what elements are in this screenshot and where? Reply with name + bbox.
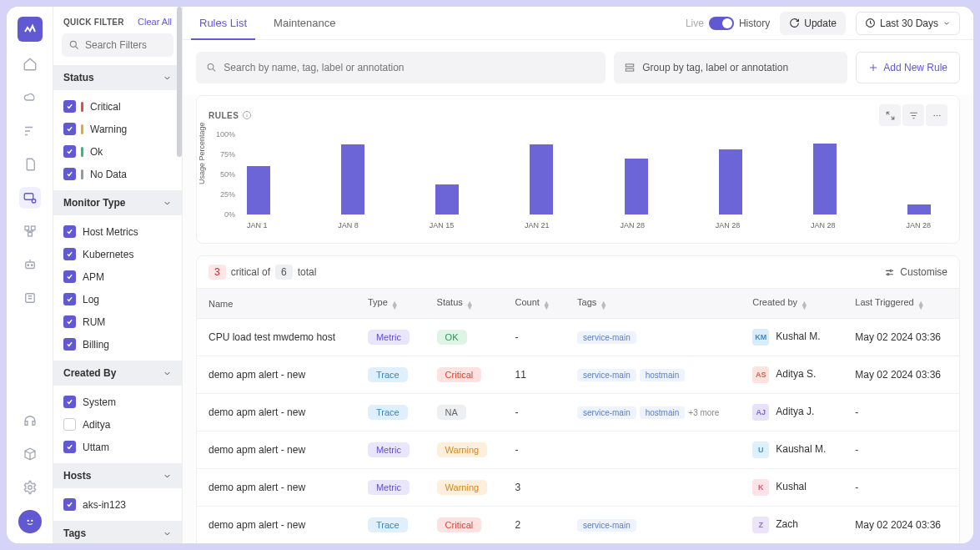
user-avatar[interactable] — [18, 510, 42, 533]
filter-group-tags[interactable]: Tags — [53, 521, 182, 543]
cell-created-by: AJAditya J. — [741, 394, 843, 431]
type-badge: Trace — [368, 367, 408, 382]
total-count: 6 — [275, 265, 293, 280]
filter-item[interactable]: Kubernetes — [53, 243, 182, 265]
chart-bar[interactable] — [341, 144, 364, 214]
chart-bar[interactable] — [907, 204, 931, 214]
col-type[interactable]: Type▲▼ — [356, 289, 425, 319]
nav-cloud-icon[interactable] — [19, 87, 41, 108]
filter-item[interactable]: Aditya — [53, 413, 182, 436]
expand-icon[interactable] — [879, 104, 901, 126]
filter-group-created-by[interactable]: Created By — [53, 361, 182, 386]
tag[interactable]: service-main — [577, 406, 636, 419]
filter-item[interactable]: APM — [53, 265, 182, 288]
tabs-bar: Rules List Maintenance Live History Upda… — [183, 7, 973, 40]
type-badge: Metric — [368, 442, 410, 457]
tab-rules-list[interactable]: Rules List — [196, 7, 250, 39]
table-row[interactable]: CPU load test mwdemo hostMetricOK-servic… — [197, 319, 959, 356]
tag[interactable]: service-main — [577, 369, 636, 381]
filter-group-hosts[interactable]: Hosts — [53, 463, 182, 488]
svg-rect-16 — [626, 68, 634, 71]
nav-settings-icon[interactable] — [19, 477, 41, 498]
date-range-button[interactable]: Last 30 Days — [856, 12, 960, 35]
nav-alerts-icon[interactable] — [19, 187, 41, 209]
add-rule-button[interactable]: Add New Rule — [856, 52, 960, 83]
filter-item[interactable]: Ok — [53, 140, 182, 163]
svg-point-9 — [28, 486, 32, 490]
quick-filter-title: QUICK FILTER — [63, 18, 124, 27]
filter-item[interactable]: Warning — [53, 118, 182, 140]
panel-title: RULES — [209, 111, 239, 120]
filter-item[interactable]: Billing — [53, 333, 182, 356]
filter-group-monitor-type[interactable]: Monitor Type — [53, 190, 182, 215]
svg-rect-3 — [31, 226, 35, 230]
col-count[interactable]: Count▲▼ — [504, 289, 566, 319]
tag[interactable]: service-main — [577, 331, 636, 344]
filter-item-label: APM — [83, 271, 104, 283]
clear-all-link[interactable]: Clear All — [138, 17, 172, 27]
col-created-by[interactable]: Created by▲▼ — [741, 289, 843, 319]
chart-bar[interactable] — [247, 166, 270, 214]
col-status[interactable]: Status▲▼ — [425, 289, 504, 319]
rules-search-input[interactable] — [224, 62, 596, 73]
table-row[interactable]: demo apm alert - newMetricWarning-UKaush… — [197, 431, 959, 469]
nav-home-icon[interactable] — [19, 53, 41, 75]
table-row[interactable]: demo apm alert - newMetricWarning3KKusha… — [197, 469, 959, 507]
filter-search[interactable] — [62, 33, 173, 57]
chart-bar[interactable] — [435, 184, 459, 214]
filter-item-label: Ok — [90, 146, 103, 158]
filter-item[interactable]: Uttam — [53, 436, 182, 458]
nav-db-icon[interactable] — [19, 287, 41, 309]
filter-item[interactable]: Critical — [53, 95, 182, 118]
cell-tags: service-main — [565, 319, 741, 356]
x-tick: JAN 28 — [811, 221, 836, 230]
col-last-triggered[interactable]: Last Triggered▲▼ — [843, 289, 959, 319]
nav-support-icon[interactable] — [19, 410, 41, 431]
type-badge: Trace — [368, 405, 408, 420]
cell-created-by: ZZach — [741, 507, 843, 544]
tab-maintenance[interactable]: Maintenance — [270, 7, 339, 39]
nav-bot-icon[interactable] — [19, 254, 41, 275]
group-by-select[interactable]: Group by tag, label or annotation — [614, 52, 847, 83]
nav-package-icon[interactable] — [19, 443, 41, 465]
filter-item[interactable]: Host Metrics — [53, 220, 182, 243]
table-row[interactable]: demo apm alert - newTraceNA-service-main… — [197, 394, 959, 431]
checkbox-icon — [63, 338, 76, 351]
customise-button[interactable]: Customise — [884, 266, 947, 278]
app-logo[interactable] — [18, 17, 43, 42]
tag[interactable]: hostmain — [640, 406, 686, 419]
tag[interactable]: hostmain — [640, 369, 686, 381]
filter-item[interactable]: aks-in123 — [53, 493, 182, 516]
table-row[interactable]: demo apm alert - newTraceCritical11servi… — [197, 356, 959, 394]
checkbox-icon — [63, 418, 76, 431]
plus-icon — [868, 63, 878, 73]
tag[interactable]: service-main — [577, 519, 636, 532]
chart-bar[interactable] — [813, 144, 837, 214]
filter-icon[interactable] — [902, 104, 924, 126]
live-history-toggle[interactable] — [709, 17, 734, 30]
info-icon[interactable] — [242, 110, 252, 120]
col-tags[interactable]: Tags▲▼ — [565, 289, 741, 319]
avatar: Z — [752, 517, 769, 533]
update-button[interactable]: Update — [780, 12, 846, 35]
table-row[interactable]: demo apm alert - newTraceCritical2servic… — [197, 507, 959, 544]
filter-group-status[interactable]: Status — [53, 65, 182, 90]
tag-more[interactable]: +3 more — [688, 408, 719, 417]
filter-item[interactable]: RUM — [53, 310, 182, 333]
chevron-down-icon — [163, 529, 172, 538]
chart-bar[interactable] — [530, 144, 553, 214]
filter-item[interactable]: No Data — [53, 163, 182, 185]
more-icon[interactable] — [926, 104, 947, 126]
nav-analytics-icon[interactable] — [19, 120, 41, 142]
nav-infra-icon[interactable] — [19, 220, 41, 242]
cell-tags — [565, 469, 741, 507]
nav-document-icon[interactable] — [19, 154, 41, 175]
col-name[interactable]: Name — [197, 289, 356, 319]
svg-point-12 — [70, 41, 76, 47]
rules-search[interactable] — [196, 52, 606, 83]
filter-item[interactable]: System — [53, 391, 182, 413]
chart-bar[interactable] — [625, 159, 648, 214]
chart-bar[interactable] — [719, 149, 742, 214]
filter-item-label: Aditya — [83, 419, 110, 431]
filter-item[interactable]: Log — [53, 288, 182, 310]
